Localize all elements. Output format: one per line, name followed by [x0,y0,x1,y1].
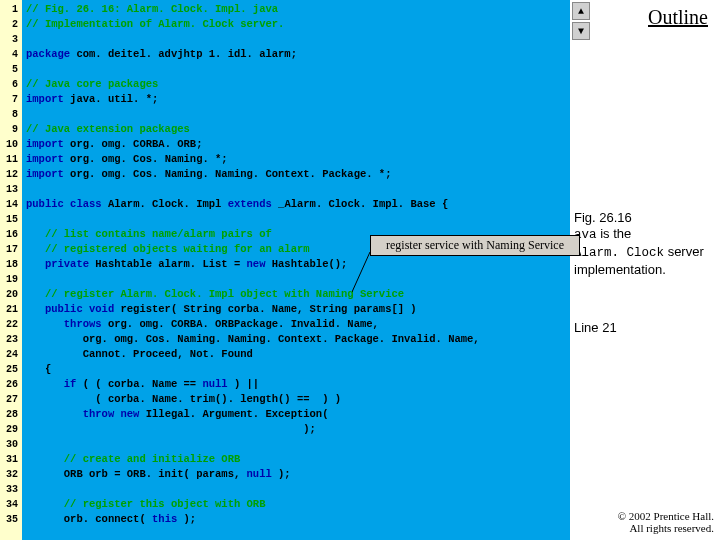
code-text: org. omg. Cos. Naming. *; [64,153,228,165]
callout-connector-icon [352,252,372,292]
line-number: 16 [2,227,18,242]
code-keyword: import [26,93,64,105]
line-number: 28 [2,407,18,422]
code-keyword: import [26,138,64,150]
line-number: 9 [2,122,18,137]
code-text: { [26,363,51,375]
code-text: java. util. *; [64,93,159,105]
copyright-notice: © 2002 Prentice Hall. All rights reserve… [618,510,714,534]
code-text: ) || [234,378,259,390]
line-number: 30 [2,437,18,452]
code-text: org. omg. CORBA. ORB; [64,138,203,150]
line-number: 5 [2,62,18,77]
line-number: 13 [2,182,18,197]
code-text: ); [26,423,316,435]
code-comment: // Java core packages [26,78,158,90]
line-number: 20 [2,287,18,302]
line-number: 24 [2,347,18,362]
figure-caption: Fig. 26.16 ava is the Alarm. Clock serve… [574,210,718,278]
code-text: _Alarm. Clock. Impl. Base { [278,198,448,210]
line-number: 18 [2,257,18,272]
line-number: 15 [2,212,18,227]
line-number: 2 [2,17,18,32]
copyright-line: All rights reserved. [618,522,714,534]
line-number: 10 [2,137,18,152]
code-keyword: throw new [26,408,146,420]
code-text: org. omg. Cos. Naming. Naming. Context. … [64,168,392,180]
code-keyword: import [26,153,64,165]
line-number: 31 [2,452,18,467]
line-number: 34 [2,497,18,512]
code-keyword: public class [26,198,108,210]
code-text: register( String corba. Name, String par… [121,303,417,315]
nav-up-button[interactable]: ▲ [572,2,590,20]
code-text: ); [184,513,197,525]
code-comment: // Implementation of Alarm. Clock server… [26,18,284,30]
line-number: 26 [2,377,18,392]
line-number: 8 [2,107,18,122]
code-text: com. deitel. advjhtp 1. idl. alarm; [70,48,297,60]
code-text: Hashtable alarm. List = [95,258,246,270]
code-keyword: import [26,168,64,180]
line-number: 17 [2,242,18,257]
line-number: 6 [2,77,18,92]
code-text: ) ) [316,393,341,405]
code-keyword: public void [26,303,121,315]
code-comment: // Java extension packages [26,123,190,135]
line-number: 35 [2,512,18,527]
line-number: 7 [2,92,18,107]
line-number: 14 [2,197,18,212]
code-comment: // register Alarm. Clock. Impl object wi… [26,288,404,300]
line-number: 33 [2,482,18,497]
line-reference: Line 21 [574,320,617,335]
code-keyword: new [247,258,272,270]
code-keyword: this [152,513,184,525]
line-number: 32 [2,467,18,482]
code-text: ); [278,468,291,480]
code-text: Alarm. Clock. Impl [108,198,228,210]
line-number: 22 [2,317,18,332]
code-panel: 1 2 3 4 5 6 7 8 9 10 11 12 13 14 15 16 1… [0,0,570,540]
code-keyword: throws [26,318,108,330]
triangle-up-icon: ▲ [578,6,584,17]
line-number: 27 [2,392,18,407]
code-keyword: if [26,378,83,390]
line-number: 21 [2,302,18,317]
right-panel: ▲ ▼ Outline Fig. 26.16 ava is the Alarm.… [570,0,720,540]
code-keyword: package [26,48,70,60]
line-number: 29 [2,422,18,437]
caption-code: Alarm. Clock [574,246,664,260]
figure-number: Fig. 26.16 [574,210,718,226]
caption-text: is the [597,226,632,241]
code-text: org. omg. Cos. Naming. Naming. Context. … [26,333,480,345]
code-text: org. omg. CORBA. ORBPackage. Invalid. Na… [108,318,379,330]
code-text: Illegal. Argument. Exception( [146,408,329,420]
line-number: 19 [2,272,18,287]
code-keyword: null [202,378,234,390]
line-number: 23 [2,332,18,347]
code-comment: // register this object with ORB [26,498,265,510]
line-number-gutter: 1 2 3 4 5 6 7 8 9 10 11 12 13 14 15 16 1… [0,0,22,540]
outline-heading: Outline [648,6,708,29]
triangle-down-icon: ▼ [578,26,584,37]
line-number: 12 [2,167,18,182]
code-keyword: extends [228,198,278,210]
code-comment: // create and initialize ORB [26,453,240,465]
line-number: 1 [2,2,18,17]
line-number: 11 [2,152,18,167]
nav-arrows: ▲ ▼ [572,2,590,42]
code-keyword: null [247,468,279,480]
svg-line-0 [352,252,370,292]
code-text: ( corba. Name. trim(). length() == [26,393,316,405]
copyright-line: © 2002 Prentice Hall. [618,510,714,522]
code-comment: // registered objects waiting for an ala… [26,243,310,255]
code-keyword: private [26,258,95,270]
nav-down-button[interactable]: ▼ [572,22,590,40]
code-content: // Fig. 26. 16: Alarm. Clock. Impl. java… [22,0,484,540]
code-text: orb. connect( [26,513,152,525]
code-comment: // Fig. 26. 16: Alarm. Clock. Impl. java [26,3,278,15]
code-text: ORB orb = ORB. init( params, [26,468,247,480]
code-text: Cannot. Proceed, Not. Found [26,348,253,360]
code-text: Hashtable(); [272,258,348,270]
code-text: ( ( corba. Name == [83,378,203,390]
